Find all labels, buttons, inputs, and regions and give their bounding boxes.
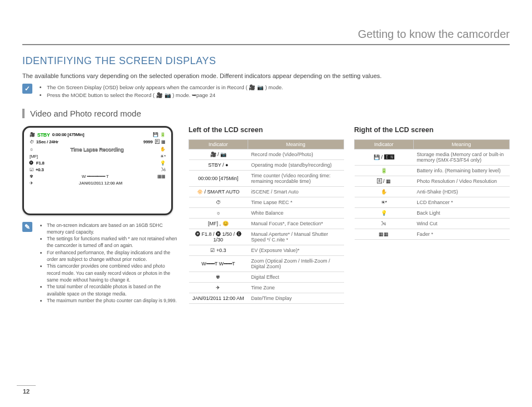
meaning-cell: Manual Aperture* / Manual Shutter Speed …	[248, 229, 344, 245]
indicator-cell: ✾	[189, 272, 248, 282]
indicator-cell: 🔅 / SMART AUTO	[189, 186, 248, 197]
page-title: IDENTIFIYING THE SCREEN DISPLAYS	[22, 55, 510, 67]
list-item: The On Screen Display (OSD) below only a…	[47, 84, 283, 91]
list-item: Press the MODE button to select the Reco…	[47, 91, 283, 99]
right-indicator-table: Indicator Meaning 💾 / 🅸🅽Storage media (M…	[354, 139, 510, 240]
table-row: 🅁 / ▦Photo Resolution / Video Resolution	[355, 176, 510, 186]
table-row: 00:00:00 [475Min]Time counter (Video rec…	[189, 170, 344, 186]
table-row: ✈Time Zone	[189, 282, 344, 293]
left-indicator-table: Indicator Meaning 🎥 / 📷Record mode (Vide…	[188, 139, 344, 304]
table-row: 🅜 F1.8 / 🅜 1/50 / 🅒 1/30Manual Aperture*…	[189, 229, 344, 245]
indicator-cell: ✋	[355, 186, 414, 197]
meaning-cell: LCD Enhancer *	[413, 197, 509, 207]
left-column: 🎥STBY0:00:00 [475Min]💾🔋 ⏱1Sec / 24Hr9999…	[22, 126, 178, 313]
meaning-cell: Anti-Shake (HDIS)	[413, 186, 509, 197]
indicator-cell: ⏱	[189, 197, 248, 207]
section-subtitle: Video and Photo record mode	[22, 109, 510, 118]
table-row: 💡Back Light	[355, 207, 510, 218]
meaning-cell: Digital Effect	[248, 272, 344, 282]
meaning-cell: Storage media (Memory card or built-in m…	[413, 149, 509, 165]
meaning-cell: Time counter (Video recording time: rema…	[248, 170, 344, 186]
table-row: 🔅 / SMART AUTOiSCENE / Smart Auto	[189, 186, 344, 197]
meaning-cell: Time Lapse REC *	[248, 197, 344, 207]
meaning-cell: Wind Cut	[413, 218, 509, 229]
chapter-title: Getting to know the camcorder	[22, 28, 510, 45]
table-row: 🔋Battery info. (Remaining battery level)	[355, 165, 510, 176]
indicator-cell: 🌬	[355, 218, 414, 229]
table-row: 🎥 / 📷Record mode (Video/Photo)	[189, 149, 344, 159]
meaning-cell: White Balance	[248, 207, 344, 218]
th-meaning: Meaning	[413, 139, 509, 149]
th-indicator: Indicator	[355, 139, 414, 149]
list-item: This camcorder provides one combined vid…	[47, 263, 178, 283]
table-row: ☀*LCD Enhancer *	[355, 197, 510, 207]
table-row: JAN/01/2011 12:00 AMDate/Time Display	[189, 293, 344, 303]
table-row: ☑ +0.3EV (Exposure Value)*	[189, 245, 344, 255]
table-row: ☼White Balance	[189, 207, 344, 218]
indicator-cell: ✈	[189, 282, 248, 293]
top-note-list: The On Screen Display (OSD) below only a…	[38, 84, 283, 100]
side-note-list: The on-screen indicators are based on an…	[38, 222, 178, 304]
meaning-cell: Back Light	[413, 207, 509, 218]
table-row: 💾 / 🅸🅽Storage media (Memory card or buil…	[355, 149, 510, 165]
indicator-cell: 🎥 / 📷	[189, 149, 248, 159]
indicator-cell: ☀*	[355, 197, 414, 207]
left-lcd-title: Left of the LCD screen	[188, 126, 344, 134]
intro-text: The available functions vary depending o…	[22, 72, 510, 79]
indicator-cell: 🔋	[355, 165, 414, 176]
meaning-cell: iSCENE / Smart Auto	[248, 186, 344, 197]
th-meaning: Meaning	[248, 139, 344, 149]
pencil-icon: ✎	[22, 222, 32, 232]
list-item: The settings for functions marked with *…	[47, 235, 178, 249]
indicator-cell: [MF] , 😊	[189, 218, 248, 229]
th-indicator: Indicator	[189, 139, 248, 149]
table-row: 🌬Wind Cut	[355, 218, 510, 229]
columns: 🎥STBY0:00:00 [475Min]💾🔋 ⏱1Sec / 24Hr9999…	[22, 126, 510, 313]
list-item: The on-screen indicators are based on an…	[47, 222, 178, 236]
lcd-screenshot: 🎥STBY0:00:00 [475Min]💾🔋 ⏱1Sec / 24Hr9999…	[22, 126, 173, 215]
table-row: ⏱Time Lapse REC *	[189, 197, 344, 207]
meaning-cell: Fader *	[413, 229, 509, 239]
meaning-cell: Manual Focus*, Face Detection*	[248, 218, 344, 229]
indicator-cell: 🅜 F1.8 / 🅜 1/50 / 🅒 1/30	[189, 229, 248, 245]
indicator-cell: STBY / ●	[189, 159, 248, 170]
indicator-cell: ☑ +0.3	[189, 245, 248, 255]
check-icon: ✓	[22, 84, 32, 94]
table-row: ✾Digital Effect	[189, 272, 344, 282]
indicator-cell: 00:00:00 [475Min]	[189, 170, 248, 186]
top-note: ✓ The On Screen Display (OSD) below only…	[22, 84, 510, 100]
list-item: For enhanced performance, the display in…	[47, 249, 178, 263]
indicator-cell: JAN/01/2011 12:00 AM	[189, 293, 248, 303]
page-number: 12	[17, 385, 36, 395]
meaning-cell: EV (Exposure Value)*	[248, 245, 344, 255]
indicator-cell: ☼	[189, 207, 248, 218]
meaning-cell: Zoom (Optical Zoom / Intelli-Zoom / Digi…	[248, 255, 344, 272]
middle-column: Left of the LCD screen Indicator Meaning…	[188, 126, 344, 313]
table-row: STBY / ●Operating mode (standby/recordin…	[189, 159, 344, 170]
meaning-cell: Operating mode (standby/recording)	[248, 159, 344, 170]
list-item: The total number of recordable photos is…	[47, 283, 178, 297]
indicator-cell: 🅁 / ▦	[355, 176, 414, 186]
side-notes: ✎ The on-screen indicators are based on …	[22, 222, 178, 304]
indicator-cell: 💾 / 🅸🅽	[355, 149, 414, 165]
meaning-cell: Battery info. (Remaining battery level)	[413, 165, 509, 176]
indicator-cell: 💡	[355, 207, 414, 218]
meaning-cell: Date/Time Display	[248, 293, 344, 303]
table-row: ▦▦Fader *	[355, 229, 510, 239]
indicator-cell: ▦▦	[355, 229, 414, 239]
right-lcd-title: Right of the LCD screen	[354, 126, 510, 134]
meaning-cell: Record mode (Video/Photo)	[248, 149, 344, 159]
meaning-cell: Photo Resolution / Video Resolution	[413, 176, 509, 186]
list-item: The maximum number the photo counter can…	[47, 297, 178, 304]
indicator-cell: W━━━T W━━━T	[189, 255, 248, 272]
table-row: [MF] , 😊Manual Focus*, Face Detection*	[189, 218, 344, 229]
table-row: ✋Anti-Shake (HDIS)	[355, 186, 510, 197]
table-row: W━━━T W━━━TZoom (Optical Zoom / Intelli-…	[189, 255, 344, 272]
page: { "header": { "chapter": "Getting to kno…	[0, 0, 532, 407]
meaning-cell: Time Zone	[248, 282, 344, 293]
right-column: Right of the LCD screen Indicator Meanin…	[354, 126, 510, 313]
